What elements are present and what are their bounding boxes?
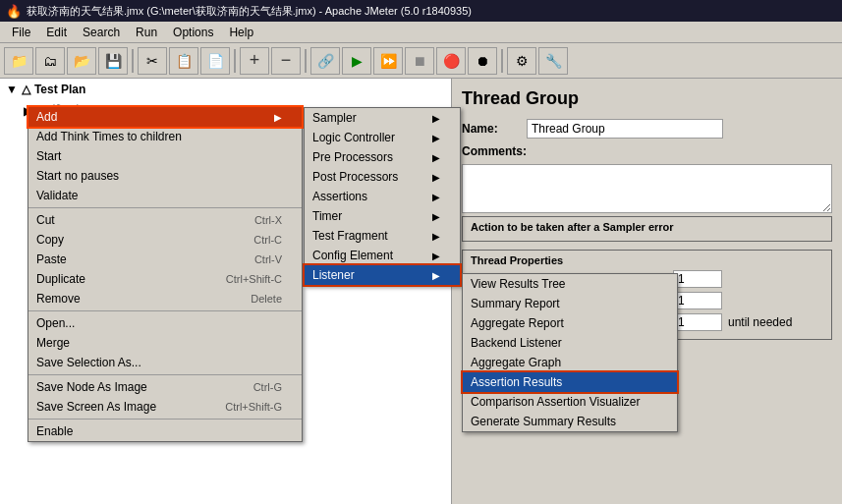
toolbar-templates[interactable]: 🗂 [35, 47, 65, 75]
submenu-test-fragment[interactable]: Test Fragment ▶ [305, 226, 460, 246]
toolbar-paste[interactable]: 📄 [200, 47, 230, 75]
toolbar-clear[interactable]: ⏺ [468, 47, 497, 75]
tree-root: ▼ △ Test Plan [0, 79, 451, 100]
toolbar-help[interactable]: 🔧 [538, 47, 568, 75]
toolbar-open[interactable]: 📂 [67, 47, 96, 75]
ctx-save-node-image[interactable]: Save Node As Image Ctrl-G [28, 377, 302, 397]
title-bar: 🔥 获取济南的天气结果.jmx (G:\meter\获取济南的天气结果.jmx)… [0, 0, 842, 22]
sampler-arrow: ▶ [432, 113, 440, 124]
listener-arrow: ▶ [432, 270, 440, 281]
toolbar-add[interactable]: + [240, 47, 269, 75]
menu-search[interactable]: Search [75, 24, 128, 41]
comments-label: Comments: [462, 144, 527, 158]
delayed-start-text: until needed [728, 315, 792, 329]
ctx-enable[interactable]: Enable [28, 421, 302, 441]
loop-count-input[interactable] [673, 313, 722, 331]
submenu-timer[interactable]: Timer ▶ [305, 206, 460, 226]
listener-aggregate-report[interactable]: Aggregate Report [463, 313, 677, 333]
app-icon: 🔥 [6, 4, 22, 19]
error-action-label: Action to be taken after a Sampler error [471, 221, 823, 233]
comments-row: Comments: [462, 144, 832, 158]
title-text: 获取济南的天气结果.jmx (G:\meter\获取济南的天气结果.jmx) -… [27, 4, 472, 19]
num-threads-input[interactable] [673, 270, 722, 288]
logic-arrow: ▶ [432, 133, 440, 143]
toolbar-expand[interactable]: 🔗 [310, 47, 340, 75]
ctx-start[interactable]: Start [28, 146, 302, 166]
toolbar-remove[interactable]: − [271, 47, 301, 75]
listener-comparison[interactable]: Comparison Assertion Visualizer [463, 392, 677, 412]
submenu-assertions[interactable]: Assertions ▶ [305, 187, 460, 206]
toolbar-cut[interactable]: ✂ [138, 47, 167, 75]
name-input[interactable] [527, 119, 723, 139]
listener-backend[interactable]: Backend Listener [463, 333, 677, 353]
tree-root-arrow: ▼ [6, 83, 18, 96]
listener-assertion-results[interactable]: Assertion Results [463, 372, 677, 392]
fragment-arrow: ▶ [432, 231, 440, 242]
ctx-sep1 [28, 207, 302, 208]
listener-view-results-tree[interactable]: View Results Tree [463, 274, 677, 294]
listener-summary-report[interactable]: Summary Report [463, 294, 677, 313]
ctx-save-screen-image[interactable]: Save Screen As Image Ctrl+Shift-G [28, 397, 302, 417]
ctx-add-label: Add [36, 110, 57, 124]
ctx-add[interactable]: Add ▶ [28, 107, 302, 127]
listener-submenu: View Results Tree Summary Report Aggrega… [462, 273, 678, 432]
submenu-listener[interactable]: Listener ▶ [305, 265, 460, 285]
menu-edit[interactable]: Edit [38, 24, 75, 41]
main-layout: ▼ △ Test Plan ▶ ⚙ 线程组 Add ▶ Add Think Ti… [0, 79, 842, 504]
name-label: Name: [462, 122, 521, 136]
ctx-sep2 [28, 310, 302, 311]
ctx-remove[interactable]: Remove Delete [28, 289, 302, 308]
menu-options[interactable]: Options [165, 24, 221, 41]
menu-file[interactable]: File [4, 24, 38, 41]
ctx-add-arrow: ▶ [274, 112, 282, 123]
toolbar-sep1 [132, 49, 134, 73]
ctx-merge[interactable]: Merge [28, 333, 302, 353]
menu-bar: File Edit Search Run Options Help [0, 22, 842, 43]
ctx-open[interactable]: Open... [28, 313, 302, 333]
tree-plan-label[interactable]: Test Plan [34, 83, 85, 96]
submenu-config-element[interactable]: Config Element ▶ [305, 246, 460, 265]
ctx-save-selection[interactable]: Save Selection As... [28, 353, 302, 372]
pre-arrow: ▶ [432, 152, 440, 163]
ctx-start-no-pauses[interactable]: Start no pauses [28, 166, 302, 186]
ctx-sep3 [28, 374, 302, 375]
left-panel: ▼ △ Test Plan ▶ ⚙ 线程组 Add ▶ Add Think Ti… [0, 79, 452, 504]
toolbar-sep3 [305, 49, 307, 73]
toolbar-stop[interactable]: ⏹ [405, 47, 434, 75]
comments-textarea[interactable] [462, 164, 832, 213]
toolbar-start[interactable]: ▶ [342, 47, 371, 75]
submenu-sampler[interactable]: Sampler ▶ [305, 108, 460, 128]
toolbar-sep4 [501, 49, 503, 73]
toolbar-start-no-pause[interactable]: ⏩ [373, 47, 403, 75]
timer-arrow: ▶ [432, 211, 440, 222]
submenu-pre-processors[interactable]: Pre Processors ▶ [305, 147, 460, 167]
panel-title: Thread Group [462, 88, 832, 109]
menu-run[interactable]: Run [128, 24, 165, 41]
ctx-add-think-times[interactable]: Add Think Times to children [28, 127, 302, 146]
ramp-up-input[interactable] [673, 292, 722, 309]
thread-props-label: Thread Properties [471, 254, 823, 266]
listener-aggregate-graph[interactable]: Aggregate Graph [463, 353, 677, 372]
toolbar-settings[interactable]: ⚙ [507, 47, 536, 75]
post-arrow: ▶ [432, 172, 440, 183]
toolbar: 📁 🗂 📂 💾 ✂ 📋 📄 + − 🔗 ▶ ⏩ ⏹ 🔴 ⏺ ⚙ 🔧 [0, 43, 842, 79]
toolbar-save[interactable]: 💾 [98, 47, 128, 75]
assertions-arrow: ▶ [432, 192, 440, 202]
error-action-section: Action to be taken after a Sampler error [462, 216, 832, 242]
submenu-logic-controller[interactable]: Logic Controller ▶ [305, 128, 460, 147]
add-submenu: Sampler ▶ Logic Controller ▶ Pre Process… [304, 107, 461, 286]
context-menu: Add ▶ Add Think Times to children Start … [28, 106, 303, 442]
tree-plan-icon: △ [22, 83, 30, 96]
toolbar-shutdown[interactable]: 🔴 [436, 47, 466, 75]
toolbar-copy[interactable]: 📋 [169, 47, 198, 75]
menu-help[interactable]: Help [221, 24, 261, 41]
ctx-cut[interactable]: Cut Ctrl-X [28, 210, 302, 230]
toolbar-new[interactable]: 📁 [4, 47, 33, 75]
config-arrow: ▶ [432, 251, 440, 261]
listener-generate-summary[interactable]: Generate Summary Results [463, 412, 677, 431]
ctx-validate[interactable]: Validate [28, 186, 302, 205]
ctx-paste[interactable]: Paste Ctrl-V [28, 250, 302, 269]
submenu-post-processors[interactable]: Post Processors ▶ [305, 167, 460, 187]
ctx-duplicate[interactable]: Duplicate Ctrl+Shift-C [28, 269, 302, 289]
ctx-copy[interactable]: Copy Ctrl-C [28, 230, 302, 250]
